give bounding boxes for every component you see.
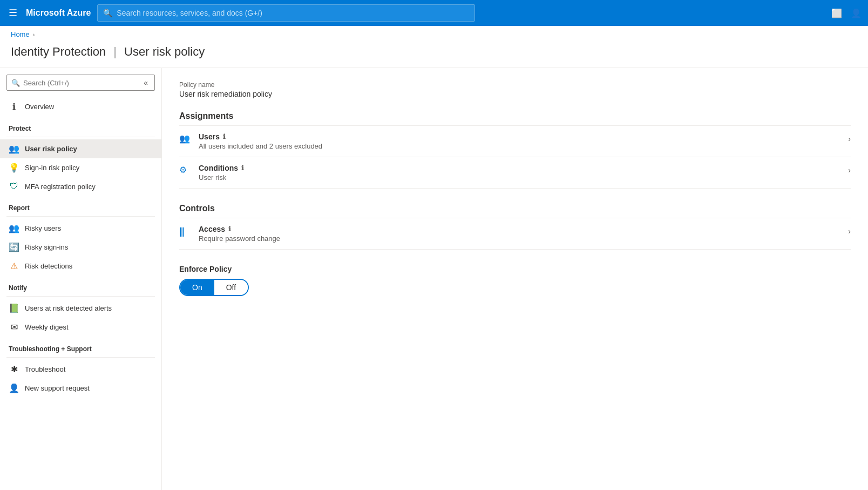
sidebar-item-risky-sign-ins-label: Risky sign-ins <box>25 243 68 251</box>
assignments-heading: Assignments <box>179 111 851 126</box>
sidebar-item-mfa-registration-label: MFA registration policy <box>25 183 96 191</box>
topbar-right-icons: ⬜ 👤 <box>831 8 862 18</box>
topbar-search-box[interactable]: 🔍 <box>97 4 475 22</box>
page-title: Identity Protection | User risk policy <box>11 45 857 59</box>
sidebar-item-overview[interactable]: ℹ Overview <box>0 97 161 116</box>
sidebar-divider-protect <box>6 137 155 137</box>
access-row-title-text: Access <box>199 225 225 233</box>
enforce-on-button[interactable]: On <box>180 280 214 295</box>
menu-icon[interactable]: ☰ <box>6 5 19 21</box>
access-info-icon[interactable]: ℹ <box>228 225 231 233</box>
access-row-subtitle: Require password change <box>199 234 844 243</box>
main-layout: 🔍 « ℹ Overview Protect 👥 User risk polic… <box>0 68 868 490</box>
sidebar-search-icon: 🔍 <box>11 79 20 87</box>
sidebar-item-mfa-registration-policy[interactable]: 🛡 MFA registration policy <box>0 177 161 196</box>
breadcrumb-separator: › <box>33 31 35 38</box>
enforce-policy-section: Enforce Policy On Off <box>179 265 851 296</box>
sidebar-item-new-support-request[interactable]: 👤 New support request <box>0 379 161 398</box>
sidebar-item-user-risk-policy[interactable]: 👥 User risk policy <box>0 139 161 158</box>
conditions-row-chevron: › <box>848 164 851 174</box>
users-row-content: Users ℹ All users included and 2 users e… <box>199 132 844 150</box>
sidebar-item-users-at-risk-alerts[interactable]: 📗 Users at risk detected alerts <box>0 299 161 318</box>
breadcrumb: Home › <box>0 26 868 43</box>
troubleshoot-icon: ✱ <box>9 364 19 374</box>
assignments-section: Assignments 👥 Users ℹ All users included… <box>179 111 851 189</box>
sidebar-item-risky-sign-ins[interactable]: 🔄 Risky sign-ins <box>0 238 161 257</box>
sidebar-search-box[interactable]: 🔍 « <box>6 75 155 91</box>
account-icon[interactable]: 👤 <box>851 8 862 18</box>
topbar: ☰ Microsoft Azure 🔍 ⬜ 👤 <box>0 0 868 26</box>
access-row-icon: ||| <box>179 225 194 237</box>
sidebar-item-weekly-digest-label: Weekly digest <box>25 323 69 331</box>
app-logo: Microsoft Azure <box>26 8 91 18</box>
main-content: Policy name User risk remediation policy… <box>162 68 868 490</box>
sidebar: 🔍 « ℹ Overview Protect 👥 User risk polic… <box>0 68 162 490</box>
weekly-digest-icon: ✉ <box>9 322 19 332</box>
sidebar-item-sign-in-risk-policy[interactable]: 💡 Sign-in risk policy <box>0 158 161 177</box>
access-row-title: Access ℹ <box>199 225 844 233</box>
access-row[interactable]: ||| Access ℹ Require password change › <box>179 218 851 250</box>
users-row-icon: 👥 <box>179 132 194 144</box>
overview-icon: ℹ <box>9 102 19 112</box>
sidebar-section-report: Report <box>0 196 161 214</box>
conditions-row[interactable]: ⚙ Conditions ℹ User risk › <box>179 157 851 189</box>
users-row-title-text: Users <box>199 132 220 141</box>
users-row-subtitle: All users included and 2 users excluded <box>199 142 844 150</box>
sidebar-item-sign-in-risk-label: Sign-in risk policy <box>25 164 79 172</box>
sidebar-item-risky-users[interactable]: 👥 Risky users <box>0 219 161 238</box>
sidebar-item-weekly-digest[interactable]: ✉ Weekly digest <box>0 318 161 337</box>
page-header: Identity Protection | User risk policy <box>0 43 868 68</box>
policy-name-label: Policy name <box>179 81 851 89</box>
mfa-registration-icon: 🛡 <box>9 182 19 191</box>
enforce-policy-label: Enforce Policy <box>179 265 851 273</box>
risky-sign-ins-icon: 🔄 <box>9 242 19 252</box>
controls-heading: Controls <box>179 204 851 218</box>
sidebar-item-overview-label: Overview <box>25 103 54 111</box>
sidebar-divider-report <box>6 216 155 217</box>
sidebar-section-troubleshoot: Troubleshooting + Support <box>0 337 161 355</box>
enforce-policy-toggle[interactable]: On Off <box>179 279 249 296</box>
sidebar-item-risk-detections-label: Risk detections <box>25 262 72 270</box>
sidebar-search-input[interactable] <box>23 79 138 87</box>
breadcrumb-home[interactable]: Home <box>11 30 30 38</box>
risky-users-icon: 👥 <box>9 223 19 233</box>
conditions-row-content: Conditions ℹ User risk <box>199 164 844 182</box>
sign-in-risk-icon: 💡 <box>9 163 19 173</box>
conditions-row-subtitle: User risk <box>199 173 844 182</box>
user-risk-policy-icon: 👥 <box>9 144 19 154</box>
sidebar-item-risky-users-label: Risky users <box>25 224 61 232</box>
users-row-chevron: › <box>848 132 851 143</box>
sidebar-collapse-btn[interactable]: « <box>141 77 150 88</box>
sidebar-section-protect: Protect <box>0 116 161 135</box>
risk-detections-icon: ⚠ <box>9 261 19 271</box>
new-support-request-icon: 👤 <box>9 383 19 393</box>
sidebar-divider-notify <box>6 296 155 297</box>
sidebar-item-new-support-request-label: New support request <box>25 384 90 392</box>
controls-section: Controls ||| Access ℹ Require password c… <box>179 204 851 250</box>
access-row-chevron: › <box>848 225 851 236</box>
sidebar-item-user-risk-policy-label: User risk policy <box>25 145 77 153</box>
users-at-risk-icon: 📗 <box>9 303 19 313</box>
conditions-info-icon[interactable]: ℹ <box>241 164 244 172</box>
search-icon: 🔍 <box>103 9 112 17</box>
conditions-row-title-text: Conditions <box>199 164 238 172</box>
sidebar-item-users-at-risk-label: Users at risk detected alerts <box>25 304 112 312</box>
feedback-icon[interactable]: ⬜ <box>831 8 842 18</box>
sidebar-item-troubleshoot-label: Troubleshoot <box>25 365 65 373</box>
users-info-icon[interactable]: ℹ <box>223 133 226 140</box>
conditions-row-title: Conditions ℹ <box>199 164 844 172</box>
users-row[interactable]: 👥 Users ℹ All users included and 2 users… <box>179 126 851 157</box>
sidebar-divider-troubleshoot <box>6 357 155 358</box>
access-row-content: Access ℹ Require password change <box>199 225 844 243</box>
enforce-off-button[interactable]: Off <box>214 280 248 295</box>
users-row-title: Users ℹ <box>199 132 844 141</box>
conditions-row-icon: ⚙ <box>179 164 194 175</box>
sidebar-item-risk-detections[interactable]: ⚠ Risk detections <box>0 257 161 276</box>
policy-name-value: User risk remediation policy <box>179 90 851 98</box>
sidebar-section-notify: Notify <box>0 276 161 294</box>
search-input[interactable] <box>117 9 469 17</box>
sidebar-item-troubleshoot[interactable]: ✱ Troubleshoot <box>0 360 161 379</box>
